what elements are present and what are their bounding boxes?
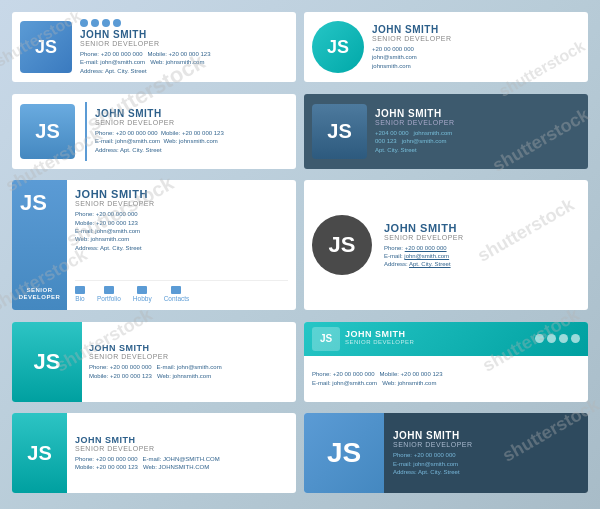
card-7-phone: +20 00 000 000 <box>110 364 152 370</box>
card-6-phone: +20 00 000 000 <box>405 245 447 251</box>
card-2-info: JOHN SMITH SENIOR DEVELOPER +20 00 000 0… <box>372 24 580 70</box>
card-8-email-label: E-mail: <box>312 380 332 386</box>
card-8-web: johnsmith.com <box>398 380 437 386</box>
card-8-mobile: +20 00 000 123 <box>401 371 443 377</box>
card-9-mobile-label: Mobile: <box>75 464 96 470</box>
card-9-logo: JS <box>12 413 67 493</box>
card-5-tabs: Bio Portfolio Hobby Contacts <box>75 280 288 302</box>
icon-person <box>535 334 544 343</box>
card-1: JS JOHN SMITH SENIOR DEVELOPER Phone: +2… <box>12 12 296 82</box>
card-2-details: +20 00 000 000 john@smith.com johnsmith.… <box>372 45 580 70</box>
tab-contacts[interactable]: Contacts <box>164 286 190 302</box>
card-8-web-label: Web: <box>382 380 398 386</box>
card-6-details: Phone: +20 00 000 000 E-mail: john@smith… <box>384 244 580 269</box>
tab-hobby[interactable]: Hobby <box>133 286 152 302</box>
card-4-tele: 000 123 <box>375 138 397 144</box>
card-7-mobile: +20 00 000 123 <box>110 373 152 379</box>
card-1-logo-text: JS <box>35 37 57 58</box>
card-9-phone: +20 00 000 000 <box>96 456 138 462</box>
card-5-logo: JS <box>20 190 47 216</box>
card-4-address: Apt. City. Street <box>375 147 417 153</box>
icon-phone <box>559 334 568 343</box>
card-1-web-label: Web: <box>150 59 166 65</box>
card-1-name: JOHN SMITH <box>80 29 288 40</box>
card-5-phone: +20 00 000 000 <box>96 211 138 217</box>
card-2-email: john@smith.com <box>372 54 417 60</box>
tab-bio[interactable]: Bio <box>75 286 85 302</box>
card-1-address-label: Address: <box>80 68 105 74</box>
card-4-details: +204 00 000 johnsmith.com 000 123 john@s… <box>375 129 580 154</box>
card-1-web: johnsmith.com <box>166 59 205 65</box>
contacts-icon <box>171 286 181 294</box>
person-icon <box>80 19 88 27</box>
card-5-main: JOHN SMITH SENIOR DEVELOPER Phone: +20 0… <box>67 180 296 310</box>
card-6-logo-text: JS <box>329 232 356 258</box>
card-4-logo: JS <box>312 104 367 159</box>
card-9-email: JOHN@SMITH.COM <box>163 456 220 462</box>
card-7-mobile-label: Mobile: <box>89 373 110 379</box>
card-4-title: SENIOR DEVELOPER <box>375 119 580 126</box>
card-8-phone-label: Phone: <box>312 371 333 377</box>
card-9-mobile: +20 00 000 123 <box>96 464 138 470</box>
card-5-address: Apt. City. Street <box>100 245 142 251</box>
card-8: JS JOHN SMITH SENIOR DEVELOPER Phone: +2… <box>304 322 588 402</box>
card-10-email-label: E-mail: <box>393 461 413 467</box>
card-9-info: JOHN SMITH SENIOR DEVELOPER Phone: +20 0… <box>67 429 228 478</box>
card-3-mobile: +20 00 000 123 <box>182 130 224 136</box>
card-9-logo-text: JS <box>27 442 51 465</box>
card-3-email: john@smith.com <box>115 138 160 144</box>
tab-bio-label: Bio <box>75 295 84 302</box>
main-grid: JS JOHN SMITH SENIOR DEVELOPER Phone: +2… <box>0 0 600 509</box>
card-10-phone-label: Phone: <box>393 452 414 458</box>
card-4-email: john@smith.com <box>402 138 447 144</box>
card-10-logo-text: JS <box>327 437 361 469</box>
card-8-logo-text: JS <box>320 333 332 344</box>
card-2: JS JOHN SMITH SENIOR DEVELOPER +20 00 00… <box>304 12 588 82</box>
card-4-phone: +204 00 000 <box>375 130 409 136</box>
card-9: JS JOHN SMITH SENIOR DEVELOPER Phone: +2… <box>12 413 296 493</box>
card-10-phone: +20 00 000 000 <box>414 452 456 458</box>
card-6: JS JOHN SMITH SENIOR DEVELOPER Phone: +2… <box>304 180 588 310</box>
card-1-phone: +20 00 000 000 <box>101 51 143 57</box>
card-4-web: johnsmith.com <box>414 130 453 136</box>
card-5-email-label: E-mail: <box>75 228 95 234</box>
card-3-name: JOHN SMITH <box>95 108 288 119</box>
card-5-title: SENIOR DEVELOPER <box>75 200 288 207</box>
mail-icon <box>102 19 110 27</box>
card-6-phone-label: Phone: <box>384 245 405 251</box>
card-1-mobile: +20 00 000 123 <box>169 51 211 57</box>
tab-portfolio[interactable]: Portfolio <box>97 286 121 302</box>
card-2-logo-text: JS <box>327 37 349 58</box>
portfolio-icon <box>104 286 114 294</box>
card-3-details: Phone: +20 00 000 000 Mobile: +20 00 000… <box>95 129 288 154</box>
card-7-email-label: E-mail: <box>157 364 177 370</box>
card-2-title: SENIOR DEVELOPER <box>372 35 580 42</box>
card-10-main: JOHN SMITH SENIOR DEVELOPER Phone: +20 0… <box>384 413 588 493</box>
card-8-title: SENIOR DEVELOPER <box>345 339 414 345</box>
card-3-web: johnsmith.com <box>179 138 218 144</box>
icon-web <box>571 334 580 343</box>
card-1-details: Phone: +20 00 000 000 Mobile: +20 00 000… <box>80 50 288 75</box>
card-2-logo: JS <box>312 21 364 73</box>
card-4-name: JOHN SMITH <box>375 108 580 119</box>
card-3-mobile-label: Mobile: <box>161 130 182 136</box>
card-5-sidebar: JS SENIORDEVELOPER <box>12 180 67 310</box>
card-1-address: Apt. City. Street <box>105 68 147 74</box>
card-2-web: johnsmith.com <box>372 63 411 69</box>
card-1-info: JOHN SMITH SENIOR DEVELOPER Phone: +20 0… <box>80 19 288 75</box>
card-8-phone: +20 00 000 000 <box>333 371 375 377</box>
card-5-mobile: +20 00 000 123 <box>96 220 138 226</box>
card-6-info: JOHN SMITH SENIOR DEVELOPER Phone: +20 0… <box>384 222 580 269</box>
card-10-details: Phone: +20 00 000 000 E-mail: john@smith… <box>393 451 579 476</box>
card-7-logo: JS <box>12 322 82 402</box>
card-3-address-label: Address: <box>95 147 120 153</box>
card-1-icons <box>80 19 288 27</box>
card-5-details: Phone: +20 00 000 000 Mobile: +20 00 000… <box>75 210 288 252</box>
card-4-logo-text: JS <box>327 120 351 143</box>
card-6-address-label: Address: <box>384 261 409 267</box>
card-7-web: johnsmith.com <box>172 373 211 379</box>
card-3-logo: JS <box>20 104 75 159</box>
icon-mail <box>547 334 556 343</box>
card-8-header: JS JOHN SMITH SENIOR DEVELOPER <box>304 322 588 356</box>
card-5-phone-label: Phone: <box>75 211 96 217</box>
